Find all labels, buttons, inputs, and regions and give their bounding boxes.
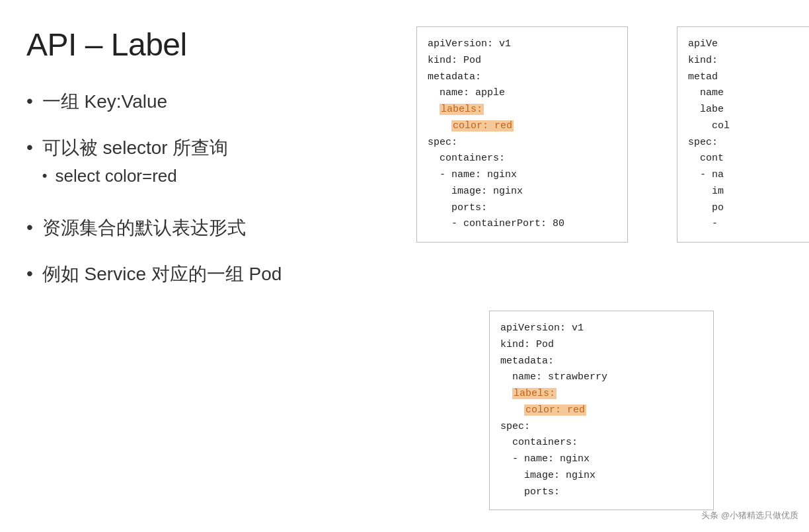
left-content: API – Label 一组 Key:Value 可以被 selector 所查…	[26, 26, 410, 519]
bullet-text-3: 资源集合的默认表达形式	[42, 215, 246, 241]
list-item-2: 可以被 selector 所查询 select color=red	[26, 135, 397, 194]
bullet-text-4: 例如 Service 对应的一组 Pod	[42, 262, 282, 287]
code-box-apple: apiVersion: v1 kind: Pod metadata: name:…	[416, 26, 628, 243]
code-labels-highlight: labels:	[440, 104, 484, 115]
list-item-4: 例如 Service 对应的一组 Pod	[26, 262, 397, 287]
right-content: apiVersion: v1 kind: Pod metadata: name:…	[410, 26, 783, 519]
code-box-partial: apiVe kind: metad name labe col spec: co…	[677, 26, 809, 243]
bullet-text-1: 一组 Key:Value	[42, 89, 167, 114]
code-color-highlight: color: red	[451, 120, 514, 132]
sub-bullet-text-1: select color=red	[56, 166, 177, 186]
code-line-1: apiVersion: v1 kind: Pod metadata: name:…	[428, 38, 564, 229]
sub-bullet-list: select color=red	[42, 166, 229, 186]
sub-list-item-1: select color=red	[42, 166, 229, 186]
watermark: 头条 @小猪精选只做优质	[701, 510, 798, 521]
list-item-1: 一组 Key:Value	[26, 89, 397, 114]
code-line-bottom-1: apiVersion: v1 kind: Pod metadata: name:…	[500, 323, 607, 498]
code-labels-highlight-bottom: labels:	[512, 388, 557, 399]
list-item-3: 资源集合的默认表达形式	[26, 215, 397, 241]
code-color-highlight-bottom: color: red	[524, 404, 586, 416]
partial-code: apiVe kind: metad name labe col spec: co…	[688, 38, 730, 229]
page-title: API – Label	[26, 26, 397, 63]
code-box-strawberry: apiVersion: v1 kind: Pod metadata: name:…	[489, 311, 714, 510]
bullet-list: 一组 Key:Value 可以被 selector 所查询 select col…	[26, 89, 397, 287]
bullet-text-2: 可以被 selector 所查询	[42, 137, 229, 158]
page-container: API – Label 一组 Key:Value 可以被 selector 所查…	[0, 0, 809, 532]
